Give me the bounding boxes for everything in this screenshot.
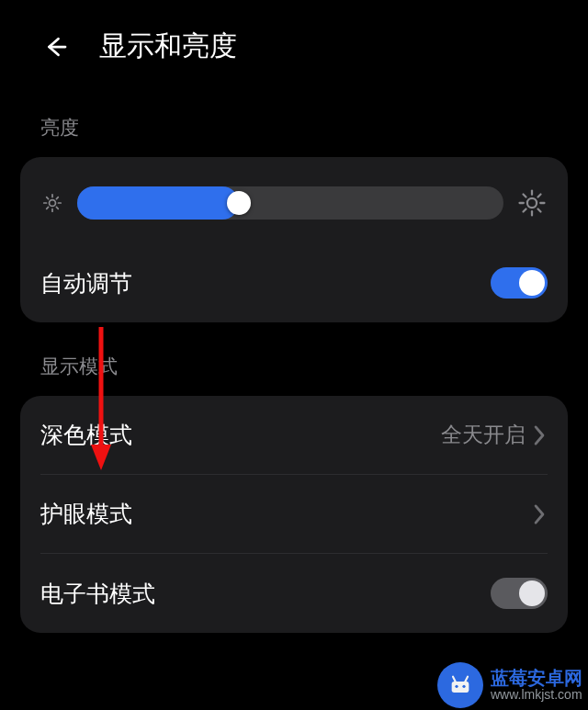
auto-brightness-row: 自动调节 [40,243,548,322]
page-title: 显示和亮度 [99,28,237,65]
auto-brightness-toggle[interactable] [491,267,548,299]
toggle-knob [519,580,545,606]
dark-mode-value: 全天开启 [441,421,526,449]
dark-mode-label: 深色模式 [40,420,132,450]
section-label-brightness: 亮度 [0,84,588,157]
section-label-display-mode: 显示模式 [0,322,588,396]
svg-rect-21 [452,682,469,693]
ebook-mode-toggle[interactable] [491,578,548,609]
toggle-knob [519,270,545,296]
watermark-title: 蓝莓安卓网 [491,668,582,688]
brightness-slider[interactable] [77,186,503,220]
svg-line-22 [453,677,456,682]
header: 显示和亮度 [0,0,588,84]
svg-line-15 [524,195,526,197]
ebook-mode-label: 电子书模式 [40,579,155,609]
arrow-left-icon [42,33,70,61]
svg-line-17 [524,209,526,212]
svg-line-18 [538,195,541,197]
brightness-slider-thumb[interactable] [227,191,251,215]
svg-point-1 [50,200,56,207]
ebook-mode-row: 电子书模式 [40,554,548,633]
brightness-slider-fill [77,186,239,220]
svg-point-24 [455,685,458,688]
watermark: 蓝莓安卓网 www.lmkjst.com [437,662,582,708]
eye-care-row[interactable]: 护眼模式 [40,475,548,553]
dark-mode-row[interactable]: 深色模式 全天开启 [40,396,548,474]
svg-line-23 [465,677,468,682]
brightness-low-icon [40,191,64,215]
eye-care-label: 护眼模式 [40,499,132,529]
watermark-url: www.lmkjst.com [491,688,582,702]
svg-line-9 [56,197,58,199]
brightness-slider-row [40,157,548,243]
svg-line-8 [47,207,49,208]
back-button[interactable] [40,31,72,62]
svg-line-16 [538,209,541,212]
chevron-right-icon [531,502,548,526]
display-mode-card: 深色模式 全天开启 护眼模式 电子书模式 [20,396,568,633]
brightness-high-icon [516,187,548,219]
brightness-card: 自动调节 [20,157,568,322]
svg-line-7 [56,207,58,208]
chevron-right-icon [531,423,548,447]
auto-brightness-label: 自动调节 [40,268,132,299]
svg-line-6 [47,197,49,199]
watermark-logo-icon [437,662,483,708]
svg-point-25 [462,685,465,688]
svg-point-10 [527,198,537,208]
